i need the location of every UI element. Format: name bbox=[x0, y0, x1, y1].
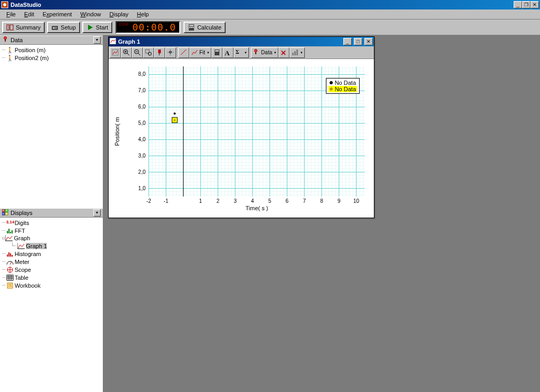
display-item-fft[interactable]: ┈ FFT bbox=[0, 227, 103, 234]
svg-rect-19 bbox=[8, 229, 9, 233]
svg-text:Time( s ): Time( s ) bbox=[246, 205, 268, 211]
gtb-delete[interactable]: ✕ bbox=[278, 47, 290, 58]
zoomout-icon bbox=[134, 49, 141, 56]
close-button[interactable]: ✕ bbox=[531, 1, 539, 8]
menu-window[interactable]: Window bbox=[76, 10, 105, 18]
gtb-smarttool[interactable] bbox=[165, 47, 176, 58]
svg-point-1 bbox=[3, 3, 6, 6]
display-item-graph1[interactable]: └┈ Graph 1 bbox=[0, 242, 103, 250]
maximize-button[interactable]: ❐ bbox=[522, 1, 531, 8]
gtb-zoomout[interactable] bbox=[132, 47, 143, 58]
setup-button[interactable]: Setup bbox=[47, 22, 80, 33]
svg-line-45 bbox=[127, 53, 129, 55]
svg-text:10: 10 bbox=[353, 198, 360, 204]
display-item-meter[interactable]: ┈ Meter bbox=[0, 258, 103, 266]
gtb-calc[interactable] bbox=[211, 47, 223, 58]
svg-text:8: 8 bbox=[320, 198, 323, 204]
svg-line-30 bbox=[10, 262, 12, 264]
data-panel-header[interactable]: Data ▾ bbox=[0, 35, 103, 45]
svg-text:4: 4 bbox=[251, 198, 254, 204]
graph-close-button[interactable]: ✕ bbox=[364, 38, 373, 45]
start-button[interactable]: Start bbox=[82, 22, 112, 33]
display-item-workbook[interactable]: ┈ Workbook bbox=[0, 281, 103, 289]
svg-rect-13 bbox=[5, 39, 6, 42]
gtb-autoscale[interactable] bbox=[110, 47, 121, 58]
svg-text:7,0: 7,0 bbox=[138, 87, 146, 93]
display-item-graph[interactable]: ⊟ Graph bbox=[0, 234, 103, 242]
svg-text:-1: -1 bbox=[163, 198, 168, 204]
data-dropdown-button[interactable]: ▾ bbox=[93, 36, 101, 44]
gtb-stats[interactable]: Σ bbox=[234, 47, 249, 58]
menu-edit[interactable]: Edit bbox=[20, 10, 38, 18]
data-item-position2[interactable]: ┈ 🚶 Position2 (m) bbox=[0, 54, 103, 62]
plot-legend[interactable]: No Data No Data bbox=[326, 78, 360, 94]
displays-dropdown-button[interactable]: ▾ bbox=[93, 209, 101, 217]
gtb-fit[interactable]: Fit bbox=[189, 47, 211, 58]
displays-panel-body: ┈ 3.14 Digits ┈ FFT ⊟ Graph └┈ Graph 1 ┈ bbox=[0, 218, 103, 392]
display-item-scope[interactable]: ┈ Scope bbox=[0, 266, 103, 273]
gtb-zoomselect[interactable] bbox=[143, 47, 154, 58]
menu-file[interactable]: File bbox=[2, 10, 20, 18]
minimize-button[interactable]: _ bbox=[514, 1, 522, 8]
gtb-slope[interactable] bbox=[178, 47, 189, 58]
pin-icon bbox=[156, 49, 163, 56]
legend-dot-icon bbox=[330, 81, 333, 84]
display-item-label: Histogram bbox=[15, 251, 41, 257]
person-icon: 🚶 bbox=[6, 47, 14, 53]
meter-icon bbox=[6, 259, 14, 265]
graph-minimize-button[interactable]: _ bbox=[343, 38, 352, 45]
data-icon bbox=[2, 36, 8, 44]
svg-rect-42 bbox=[110, 38, 116, 44]
menu-display[interactable]: Display bbox=[105, 10, 133, 18]
data-item-label: Position (m) bbox=[15, 47, 46, 53]
main-toolbar: Summary Setup Start STOP 00:00.0 Calcula… bbox=[0, 19, 540, 35]
graph-icon bbox=[5, 235, 13, 241]
display-item-histogram[interactable]: ┈ Histogram bbox=[0, 250, 103, 258]
data-item-position[interactable]: ┈ 🚶 Position (m) bbox=[0, 46, 103, 54]
plot-area[interactable]: -2-1123456789101,02,03,04,05,06,07,08,0T… bbox=[109, 59, 374, 218]
settings-icon bbox=[292, 49, 298, 56]
slope-icon bbox=[180, 49, 187, 56]
display-item-label: Graph 1 bbox=[26, 243, 47, 249]
display-item-digits[interactable]: ┈ 3.14 Digits bbox=[0, 219, 103, 227]
svg-rect-53 bbox=[158, 50, 161, 53]
histogram-icon bbox=[6, 251, 14, 257]
svg-rect-64 bbox=[294, 51, 296, 55]
summary-icon bbox=[6, 24, 14, 31]
setup-icon bbox=[51, 24, 59, 31]
svg-rect-2 bbox=[7, 25, 9, 30]
menu-help[interactable]: Help bbox=[133, 10, 153, 18]
displays-icon bbox=[2, 209, 8, 217]
graph-window: Graph 1 _ □ ✕ Fit A Σ Data bbox=[108, 36, 374, 218]
start-label: Start bbox=[96, 24, 108, 31]
svg-point-213 bbox=[173, 113, 176, 115]
calculate-button[interactable]: Calculate bbox=[184, 22, 226, 33]
displays-panel-header[interactable]: Displays ▾ bbox=[0, 208, 103, 218]
graph-window-icon bbox=[110, 38, 116, 45]
legend-row[interactable]: No Data bbox=[329, 86, 357, 92]
window-title: DataStudio bbox=[11, 2, 41, 8]
legend-row[interactable]: No Data bbox=[329, 80, 357, 86]
sigma-icon: Σ bbox=[236, 49, 243, 56]
graph-maximize-button[interactable]: □ bbox=[354, 38, 362, 45]
svg-rect-28 bbox=[10, 253, 11, 257]
svg-rect-14 bbox=[2, 209, 5, 212]
gtb-zoomin[interactable] bbox=[121, 47, 132, 58]
gtb-note[interactable]: A bbox=[223, 47, 234, 58]
person-icon: 🚶 bbox=[6, 55, 14, 61]
svg-rect-18 bbox=[7, 231, 8, 233]
gtb-data[interactable]: Data bbox=[251, 47, 278, 58]
display-item-table[interactable]: ┈ Table bbox=[0, 273, 103, 281]
graph-window-titlebar[interactable]: Graph 1 _ □ ✕ bbox=[109, 37, 374, 46]
graph-toolbar: Fit A Σ Data ✕ bbox=[109, 46, 374, 59]
svg-point-61 bbox=[255, 50, 257, 52]
summary-button[interactable]: Summary bbox=[2, 22, 45, 33]
svg-rect-10 bbox=[191, 27, 192, 28]
svg-rect-21 bbox=[12, 230, 13, 233]
stop-indicator: STOP bbox=[119, 23, 129, 26]
gtb-settings[interactable] bbox=[290, 47, 305, 58]
svg-line-49 bbox=[138, 53, 140, 55]
menu-experiment[interactable]: Experiment bbox=[38, 10, 76, 18]
data-item-label: Position2 (m) bbox=[15, 55, 49, 61]
gtb-pin[interactable] bbox=[154, 47, 165, 58]
